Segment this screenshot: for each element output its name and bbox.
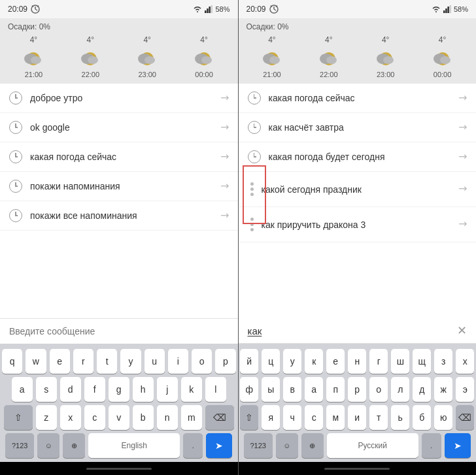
suggestion-item-right-3[interactable]: какой сегодня праздник ↙: [239, 172, 477, 207]
key-g[interactable]: g: [109, 377, 129, 402]
emoji-key-right[interactable]: ☺: [276, 433, 298, 458]
key-г[interactable]: г: [369, 349, 388, 374]
period-key-left[interactable]: .: [183, 433, 203, 458]
input-area-left[interactable]: [0, 318, 238, 344]
dots-menu-area-3: [248, 180, 256, 199]
space-key-right[interactable]: Русский: [327, 433, 418, 458]
key-f[interactable]: f: [84, 377, 105, 402]
key-z[interactable]: z: [36, 405, 57, 430]
suggestion-item-left-1[interactable]: ok google ↙: [0, 113, 238, 142]
shift-key-left[interactable]: ⇧: [4, 405, 33, 430]
history-icon-left-1: [9, 121, 22, 134]
key-п[interactable]: п: [326, 377, 345, 402]
dots-menu-icon-4[interactable]: [248, 215, 256, 234]
key-р[interactable]: р: [348, 377, 366, 402]
svg-rect-28: [447, 7, 449, 13]
key-m[interactable]: m: [181, 405, 202, 430]
key-х[interactable]: х: [456, 349, 474, 374]
send-key-left[interactable]: ➤: [206, 433, 232, 458]
key-y[interactable]: y: [120, 349, 141, 374]
suggestion-item-right-0[interactable]: какая погода сейчас ↙: [239, 84, 477, 113]
emoji-key-left[interactable]: ☺: [37, 433, 60, 458]
home-indicator-left: [0, 462, 238, 475]
keyboard-left: q w e r t y u i o p a s d f g h j k l ⇧ …: [0, 344, 238, 462]
suggestion-item-left-2[interactable]: какая погода сейчас ↙: [0, 142, 238, 172]
key-u[interactable]: u: [144, 349, 165, 374]
key-д[interactable]: д: [413, 377, 431, 402]
key-с[interactable]: с: [305, 405, 323, 430]
key-е[interactable]: е: [326, 349, 345, 374]
suggestion-item-right-1[interactable]: как насчёт завтра ↙: [239, 113, 477, 142]
key-а[interactable]: а: [305, 377, 323, 402]
key-ь[interactable]: ь: [391, 405, 409, 430]
key-й[interactable]: й: [240, 349, 258, 374]
key-ж[interactable]: ж: [434, 377, 452, 402]
key-q[interactable]: q: [2, 349, 22, 374]
key-j[interactable]: j: [157, 377, 178, 402]
suggestion-text-right-2: какая погода будет сегодня: [269, 152, 459, 162]
suggestion-item-left-4[interactable]: покажи все напоминания ↙: [0, 201, 238, 231]
key-н[interactable]: н: [348, 349, 366, 374]
key-в[interactable]: в: [283, 377, 301, 402]
period-key-right[interactable]: .: [422, 433, 441, 458]
globe-key-left[interactable]: ⊕: [63, 433, 85, 458]
key-э[interactable]: э: [456, 377, 474, 402]
key-з[interactable]: з: [434, 349, 452, 374]
key-r[interactable]: r: [73, 349, 94, 374]
key-ш[interactable]: ш: [391, 349, 409, 374]
key-т[interactable]: т: [369, 405, 388, 430]
key-t[interactable]: t: [97, 349, 117, 374]
suggestion-item-right-2[interactable]: какая погода будет сегодня ↙: [239, 142, 477, 172]
space-key-left[interactable]: English: [88, 433, 180, 458]
key-и[interactable]: и: [348, 405, 366, 430]
suggestion-item-left-0[interactable]: доброе утро ↙: [0, 84, 238, 113]
key-м[interactable]: м: [326, 405, 345, 430]
key-ы[interactable]: ы: [262, 377, 280, 402]
key-о[interactable]: о: [369, 377, 388, 402]
key-ю[interactable]: ю: [434, 405, 452, 430]
close-search-button[interactable]: ✕: [457, 323, 467, 338]
key-л[interactable]: л: [391, 377, 409, 402]
send-key-right[interactable]: ➤: [445, 433, 471, 458]
key-б[interactable]: б: [413, 405, 431, 430]
globe-key-right[interactable]: ⊕: [301, 433, 324, 458]
keyboard-row-1-left: q w e r t y u i o p: [2, 349, 236, 374]
search-input-bar[interactable]: как ✕: [239, 318, 477, 344]
key-я[interactable]: я: [262, 405, 280, 430]
key-n[interactable]: n: [157, 405, 178, 430]
key-ф[interactable]: ф: [240, 377, 258, 402]
num-key-right[interactable]: ?123: [244, 433, 273, 458]
key-ц[interactable]: ц: [262, 349, 280, 374]
backspace-key-left[interactable]: ⌫: [205, 405, 234, 430]
key-x[interactable]: x: [60, 405, 81, 430]
key-i[interactable]: i: [168, 349, 188, 374]
key-d[interactable]: d: [60, 377, 81, 402]
key-у[interactable]: у: [283, 349, 301, 374]
key-a[interactable]: a: [12, 377, 33, 402]
key-b[interactable]: b: [133, 405, 154, 430]
key-o[interactable]: o: [192, 349, 212, 374]
key-e[interactable]: e: [50, 349, 70, 374]
temp-3: 4°: [143, 35, 150, 44]
backspace-key-right[interactable]: ⌫: [456, 405, 474, 430]
key-щ[interactable]: щ: [413, 349, 431, 374]
suggestion-text-left-1: ok google: [30, 122, 220, 133]
key-w[interactable]: w: [26, 349, 46, 374]
suggestion-item-left-3[interactable]: покажи напоминания ↙: [0, 172, 238, 201]
key-ч[interactable]: ч: [283, 405, 301, 430]
key-s[interactable]: s: [36, 377, 57, 402]
suggestion-item-right-4[interactable]: как приручить дракона 3 ↙: [239, 207, 477, 242]
message-input-left[interactable]: [9, 326, 229, 336]
key-h[interactable]: h: [133, 377, 154, 402]
key-l[interactable]: l: [205, 377, 226, 402]
dots-menu-icon-3[interactable]: [248, 180, 256, 199]
key-p[interactable]: p: [215, 349, 235, 374]
num-key-left[interactable]: ?123: [5, 433, 34, 458]
key-k[interactable]: k: [181, 377, 202, 402]
key-к[interactable]: к: [305, 349, 323, 374]
key-v[interactable]: v: [109, 405, 129, 430]
weather-hour-4: 4° 00:00: [190, 35, 218, 78]
key-c[interactable]: c: [84, 405, 105, 430]
shift-key-right[interactable]: ⇧: [240, 405, 258, 430]
suggestion-text-left-0: доброе утро: [30, 93, 220, 103]
